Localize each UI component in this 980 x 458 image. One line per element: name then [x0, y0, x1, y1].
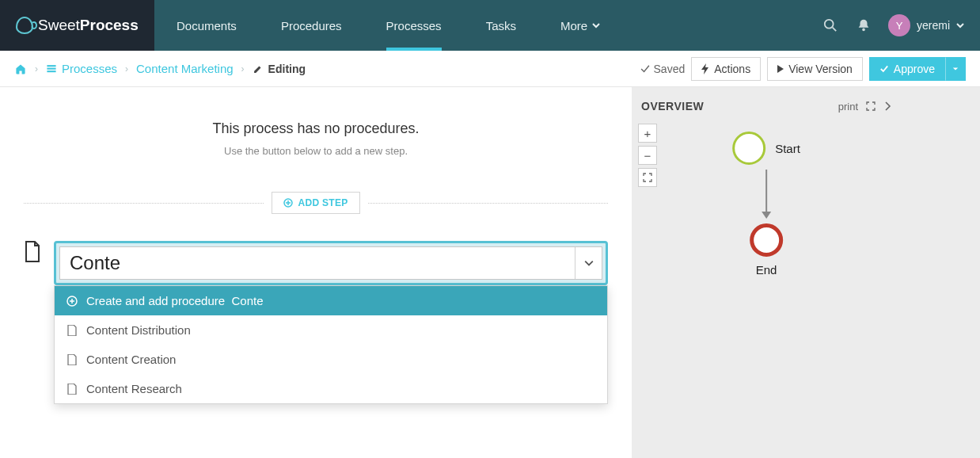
breadcrumb-processes[interactable]: Processes — [46, 62, 117, 75]
procedure-combobox: Create and add procedure Conte Content D… — [54, 241, 608, 285]
breadcrumb-bar: › Processes › Content Marketing › Editin… — [0, 51, 980, 87]
nav-procedures[interactable]: Procedures — [259, 0, 364, 51]
search-icon[interactable] — [822, 17, 839, 34]
button-label: Approve — [894, 63, 935, 75]
overview-title: OVERVIEW — [641, 100, 704, 113]
svg-rect-3 — [47, 65, 55, 67]
chevron-right-icon: › — [35, 63, 38, 74]
saved-indicator: Saved — [640, 63, 686, 75]
editor-panel: This process has no procedures. Use the … — [0, 87, 632, 458]
caret-down-icon — [952, 66, 959, 72]
pencil-icon — [253, 63, 264, 74]
combo-option[interactable]: Content Creation — [55, 345, 607, 374]
bolt-icon — [701, 63, 709, 74]
flow-diagram: Start End — [732, 132, 800, 277]
start-label: Start — [775, 142, 800, 155]
combo-option-label: Content Research — [86, 382, 182, 395]
plus-circle-icon — [66, 295, 78, 307]
combo-option-label: Content Creation — [86, 353, 176, 366]
user-menu[interactable]: Y yeremi — [888, 14, 964, 36]
svg-line-1 — [833, 28, 837, 32]
nav-item-label: Tasks — [486, 19, 516, 32]
chevron-down-icon — [592, 21, 600, 29]
document-icon — [66, 353, 78, 366]
overview-header: OVERVIEW print — [632, 95, 901, 117]
combo-option-label: Create and add procedure Conte — [86, 294, 264, 307]
nav-documents[interactable]: Documents — [154, 0, 259, 51]
zoom-out-button[interactable]: − — [638, 146, 657, 165]
zoom-in-button[interactable]: + — [638, 124, 657, 143]
top-nav: SweetProcess Documents Procedures Proces… — [0, 0, 980, 51]
document-icon — [66, 383, 78, 395]
cup-icon — [16, 17, 33, 34]
approve-dropdown[interactable] — [945, 57, 966, 81]
nav-item-label: More — [560, 19, 587, 32]
check-icon — [879, 64, 889, 74]
end-node[interactable] — [750, 223, 783, 257]
svg-point-0 — [825, 20, 834, 29]
approve-button[interactable]: Approve — [869, 57, 945, 81]
primary-nav: Documents Procedures Processes Tasks Mor… — [154, 0, 980, 51]
combo-option-create[interactable]: Create and add procedure Conte — [55, 286, 607, 315]
combo-dropdown: Create and add procedure Conte Content D… — [54, 285, 608, 404]
brand-logo[interactable]: SweetProcess — [0, 0, 154, 51]
breadcrumb-editing: Editing — [253, 63, 306, 75]
svg-rect-4 — [47, 67, 55, 69]
combo-toggle[interactable] — [575, 247, 602, 279]
chevron-right-icon: › — [125, 63, 128, 74]
bell-icon[interactable] — [855, 17, 872, 34]
chevron-right-icon[interactable] — [883, 101, 891, 111]
user-name: yeremi — [917, 19, 950, 32]
flow-end-row: End — [750, 223, 783, 277]
check-icon — [640, 63, 651, 74]
empty-state-subtitle: Use the button below to add a new step. — [24, 145, 608, 157]
expand-icon[interactable] — [866, 101, 876, 111]
add-step-row: ADD STEP — [24, 192, 608, 214]
empty-state-title: This process has no procedures. — [24, 120, 608, 137]
zoom-fit-button[interactable] — [638, 168, 657, 187]
breadcrumb-label: Processes — [62, 62, 117, 75]
overview-canvas: + − Start End — [632, 117, 901, 450]
svg-point-2 — [862, 29, 865, 32]
fullscreen-icon — [643, 173, 652, 182]
right-gutter — [901, 87, 980, 458]
flow-arrow — [765, 170, 767, 217]
breadcrumb-content-marketing[interactable]: Content Marketing — [136, 62, 234, 75]
button-label: Actions — [714, 63, 750, 75]
procedure-picker: Create and add procedure Conte Content D… — [24, 241, 608, 285]
brand-text: SweetProcess — [38, 17, 139, 34]
button-label: ADD STEP — [298, 197, 348, 208]
document-icon — [66, 324, 78, 337]
combo-option-label: Content Distribution — [86, 323, 191, 337]
combo-option[interactable]: Content Distribution — [55, 315, 607, 345]
chevron-down-icon — [584, 258, 594, 268]
add-step-button[interactable]: ADD STEP — [272, 192, 359, 214]
main-area: This process has no procedures. Use the … — [0, 87, 980, 458]
approve-split-button: Approve — [869, 57, 966, 81]
nav-more[interactable]: More — [538, 0, 622, 51]
toolbar: Saved Actions View Version Approve — [640, 57, 966, 81]
flow-start-row: Start — [732, 132, 800, 165]
svg-rect-5 — [47, 71, 55, 72]
nav-utilities: Y yeremi — [822, 14, 980, 36]
chevron-right-icon: › — [241, 63, 245, 74]
combo-option[interactable]: Content Research — [55, 374, 607, 403]
nav-tasks[interactable]: Tasks — [464, 0, 538, 51]
play-icon — [777, 65, 784, 73]
procedure-search-input[interactable] — [60, 247, 575, 279]
overview-panel: OVERVIEW print + − — [632, 87, 901, 458]
chevron-down-icon — [956, 21, 964, 29]
actions-button[interactable]: Actions — [691, 57, 761, 81]
start-node[interactable] — [732, 132, 765, 165]
home-icon[interactable] — [14, 63, 27, 75]
nav-item-label: Documents — [177, 19, 237, 32]
document-icon — [24, 241, 41, 261]
avatar: Y — [888, 14, 910, 36]
plus-circle-icon — [283, 198, 293, 208]
nav-item-label: Processes — [386, 19, 442, 32]
print-link[interactable]: print — [838, 101, 858, 113]
button-label: View Version — [788, 63, 853, 75]
view-version-button[interactable]: View Version — [767, 57, 863, 81]
nav-item-label: Procedures — [281, 19, 342, 32]
nav-processes[interactable]: Processes — [364, 0, 464, 51]
